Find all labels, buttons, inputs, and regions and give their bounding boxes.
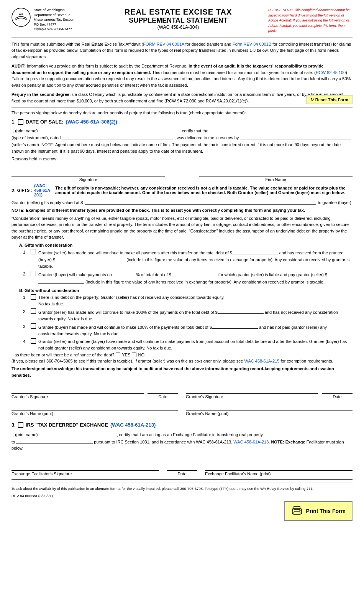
section1-signature-row: Signature Firm Name [11,169,353,182]
bold-statement: The undersigned acknowledge this transac… [11,366,353,378]
grantee-sig-block: Grantee's Signature [186,386,318,399]
grantee-name-line[interactable] [186,403,353,410]
section1-sig-label: Signature [11,177,165,182]
section1-firm-line[interactable] [199,169,353,176]
print-btn-container: Print This Form [11,501,353,521]
grantee-date-line[interactable] [322,386,353,394]
page-header: WA State of Washington Department of Rev… [11,8,353,34]
wac-213-link[interactable]: WAC 458-61A-213 [233,440,269,444]
svg-text:WA: WA [19,13,23,16]
refinance-no-checkbox[interactable] [132,353,136,357]
seller-note: (seller's name). NOTE: Agent named here … [11,142,353,154]
section1-firm-block: Firm Name [199,169,353,182]
a2-pay-field[interactable] [38,278,84,284]
agency-address: State of Washington Department of Revenu… [34,8,74,32]
b3-number: 3. [23,323,28,330]
print-form-button[interactable]: Print This Form [284,501,353,521]
section1-checkbox[interactable] [18,119,23,125]
a1-debt-field[interactable] [232,249,278,254]
a2-pct-field[interactable] [113,271,136,276]
a1-received-field[interactable] [56,256,125,261]
escrow-by-field[interactable] [240,135,351,140]
print-btn-label: Print This Form [306,508,346,514]
section1-firm-label: Firm Name [199,177,353,182]
section2-number: 2. [11,188,16,193]
grantor-date-block: Date [148,386,178,399]
grantor-gifts-label: Grantor (seller) gifts equity valued at … [11,200,83,205]
grantor-grantee-name-section: Grantor's Name (print) Grantee's Name (p… [11,403,353,416]
title-line2: SUPPLEMENTAL STATEMENT [88,16,268,25]
please-note-box: PLEASE NOTE: This completed document can… [268,8,353,34]
gifts-without-consideration-header: B. Gifts without consideration [19,288,353,293]
form-rev-84-0001b-link[interactable]: Form REV 84 0001B [233,42,272,46]
grantor-sig-label: Grantor's Signature [11,394,144,399]
a1-text: Grantor (seller) has made and will conti… [38,249,353,270]
svg-rect-3 [294,512,300,515]
grantee-sig-line[interactable] [186,386,318,394]
section2-wac: (WAC 458-61A-201) [34,183,54,197]
exchange-name-line[interactable] [205,463,353,471]
print-name-field[interactable] [39,128,180,133]
exchange-date-label: Date [167,471,197,476]
refinance-yes-checkbox[interactable] [116,353,120,357]
grantee-date-block: Date [322,386,353,399]
b1-checkbox[interactable] [31,294,36,300]
exchange-name-field[interactable] [39,431,116,436]
print-name-label: I, (print name) [11,129,38,133]
gift-value-field[interactable] [85,199,315,205]
b4-checkbox[interactable] [31,338,36,344]
section1-header: 1. DATE OF SALE: (WAC 458-61A-306(2)) [11,119,353,125]
section1-line2: (type of instrument), dated , was delive… [11,135,353,140]
b1-number: 1. [23,294,28,301]
form-rev-84-0001a-link[interactable]: FORM REV 84 0001A [143,42,184,46]
rcw-82-link[interactable]: RCW 82.45.100 [316,70,346,75]
section1-label: DATE OF SALE: [26,119,64,125]
grantor-grantee-sig-section: Grantor's Signature Date Grantee's Signa… [11,386,353,401]
escrow-reasons-field[interactable] [57,156,351,161]
reset-form-button[interactable]: ↻ Reset This Form [306,95,353,104]
gift-b3-row: 3. Grantee (buyer) has made and will con… [23,323,353,337]
gift-b1-row: 1. There is no debt on the property; Gra… [23,294,353,307]
section3-wac: (WAC 458-61A-213) [110,422,156,428]
a1-checkbox[interactable] [31,249,36,254]
b2-text: Grantor (seller) has made and will conti… [38,308,353,322]
section3-checkbox[interactable] [18,422,23,428]
b4-text: Grantor (seller) and grantee (buyer) hav… [38,338,353,351]
gift-equity-line: Grantor (seller) gifts equity valued at … [11,199,353,205]
exchange-date-line[interactable] [167,463,197,471]
svg-point-5 [299,510,300,511]
section1-number: 1. [11,119,16,125]
b3-checkbox[interactable] [31,323,36,329]
b3-debt-field[interactable] [212,323,258,329]
instrument-type-field[interactable] [62,135,173,140]
header-divider [11,38,353,38]
delivered-label: , was delivered to me in escrow by [174,135,239,140]
section1-sig-line[interactable] [11,169,165,176]
wac-215-link[interactable]: WAC 458-61A-215 [244,359,280,363]
audit-paragraph: AUDIT: Information you provide on this f… [11,63,353,88]
a2-number: 2. [23,271,28,277]
a2-total-debt-field[interactable] [171,271,217,276]
exchange-note-label: NOTE: Exchange [271,440,305,444]
grantor-name-line[interactable] [11,403,178,410]
exchange-sig-line[interactable] [11,463,159,471]
print-icon [291,505,303,517]
exchange-print-label: I, (print name) [11,432,38,437]
refinance-note: (If yes, please call 360-704-5905 to see… [11,359,333,363]
grantee-sig-col: Grantee's Signature Date [186,386,353,401]
grantor-date-line[interactable] [148,386,178,394]
b2-debt-field[interactable] [218,308,264,314]
b1-text: There is no debt on the property; Granto… [38,294,353,307]
exchange-to-field[interactable] [16,438,93,443]
gift-b2-row: 2. Grantor (seller) has made and will co… [23,308,353,322]
footer-divider [11,479,353,480]
a2-checkbox[interactable] [31,271,36,276]
exchange-sig-row: Exchange Facilitator's Signature Date Ex… [11,463,353,476]
gift-b4-row: 4. Grantor (seller) and grantee (buyer) … [23,338,353,351]
grantee-label: to grantee (buyer). [318,200,353,205]
section3-number: 3. [11,422,16,428]
certify-field[interactable] [210,128,351,133]
b2-checkbox[interactable] [31,308,36,314]
grantor-sig-line[interactable] [11,386,144,394]
grantor-sig-with-date: Grantor's Signature Date [11,386,178,399]
